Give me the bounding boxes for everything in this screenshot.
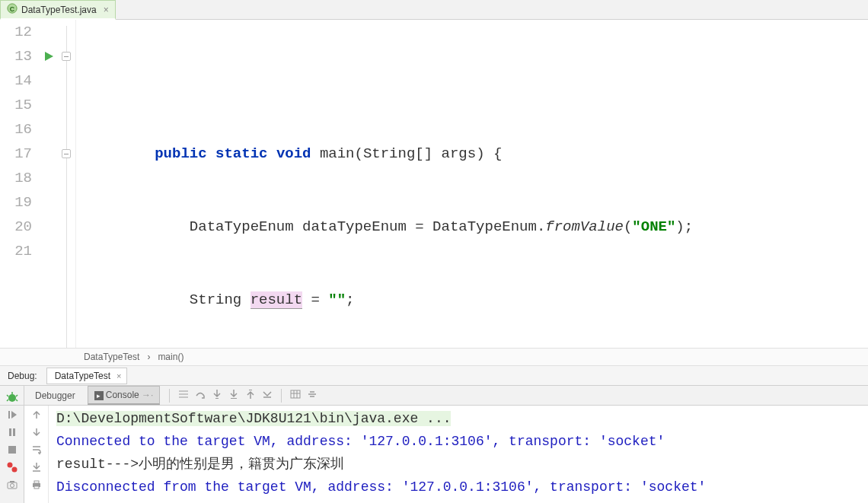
console-line: Disconnected from the target VM, address… bbox=[56, 476, 860, 498]
console-line: Connected to the target VM, address: '12… bbox=[56, 430, 860, 453]
tab-debugger[interactable]: Debugger bbox=[29, 387, 81, 404]
fold-marker[interactable] bbox=[62, 52, 71, 61]
console-panel: D:\DevelopmentSoftware\JDK8U121\bin\java… bbox=[0, 406, 868, 503]
svg-rect-21 bbox=[34, 481, 39, 483]
file-tab-label: DataTypeTest.java bbox=[21, 5, 97, 15]
down-icon[interactable] bbox=[30, 426, 43, 441]
console-left-tools bbox=[0, 406, 24, 503]
svg-rect-14 bbox=[8, 446, 16, 454]
svg-rect-13 bbox=[13, 428, 15, 436]
force-step-into-icon[interactable] bbox=[228, 388, 240, 403]
console-output[interactable]: D:\DevelopmentSoftware\JDK8U121\bin\java… bbox=[49, 406, 868, 503]
svg-rect-10 bbox=[8, 411, 10, 419]
console-cmd: D:\DevelopmentSoftware\JDK8U121\bin\java… bbox=[56, 411, 451, 426]
run-gutter bbox=[38, 20, 59, 348]
wrap-icon[interactable] bbox=[30, 444, 43, 458]
debug-side-tools bbox=[0, 386, 24, 405]
svg-point-15 bbox=[7, 463, 12, 468]
debug-header: Debug: DataTypeTest × bbox=[0, 366, 868, 386]
step-out-icon[interactable] bbox=[244, 388, 257, 403]
breadcrumb-class[interactable]: DataTypeTest bbox=[84, 352, 139, 362]
svg-rect-19 bbox=[10, 481, 14, 482]
settings-icon[interactable] bbox=[306, 388, 318, 403]
svg-marker-11 bbox=[11, 411, 17, 419]
breadcrumb[interactable]: DataTypeTest › main() bbox=[0, 348, 868, 366]
breakpoints-icon[interactable] bbox=[6, 461, 18, 476]
bug-icon[interactable] bbox=[4, 389, 21, 405]
resume-icon[interactable] bbox=[6, 409, 18, 423]
drop-frame-icon[interactable] bbox=[261, 388, 273, 403]
fold-marker[interactable] bbox=[62, 149, 71, 158]
svg-rect-8 bbox=[249, 390, 252, 390]
code-editor[interactable]: 12131415161718192021 public static void … bbox=[0, 20, 868, 348]
code-body[interactable]: public static void main(String[] args) {… bbox=[76, 20, 868, 348]
file-tabs: C DataTypeTest.java × bbox=[0, 0, 868, 20]
console-line: result--->小明的性别是男，籍贯为广东深圳 bbox=[56, 453, 860, 476]
svg-marker-2 bbox=[45, 52, 53, 61]
camera-icon[interactable] bbox=[6, 479, 18, 493]
debug-tool-row: Debugger ▸Console →· bbox=[0, 386, 868, 406]
svg-rect-22 bbox=[34, 486, 39, 489]
class-icon: C bbox=[7, 3, 18, 16]
svg-point-18 bbox=[10, 484, 14, 488]
line-number-gutter: 12131415161718192021 bbox=[0, 20, 38, 348]
show-exec-icon[interactable] bbox=[177, 388, 190, 403]
svg-point-16 bbox=[11, 467, 17, 473]
debug-toolbar bbox=[160, 388, 318, 403]
run-icon[interactable] bbox=[38, 44, 59, 68]
print-icon[interactable] bbox=[30, 479, 43, 493]
breadcrumb-method[interactable]: main() bbox=[158, 352, 183, 362]
svg-rect-7 bbox=[231, 398, 237, 399]
evaluate-icon[interactable] bbox=[289, 388, 302, 403]
svg-text:C: C bbox=[10, 5, 15, 13]
step-over-icon[interactable] bbox=[194, 388, 206, 403]
svg-rect-6 bbox=[215, 398, 219, 399]
step-into-icon[interactable] bbox=[211, 388, 223, 403]
breadcrumb-sep: › bbox=[147, 352, 150, 362]
file-tab-active[interactable]: C DataTypeTest.java × bbox=[0, 0, 116, 20]
svg-rect-12 bbox=[9, 428, 11, 436]
fold-gutter bbox=[59, 20, 76, 348]
tab-console[interactable]: ▸Console →· bbox=[88, 386, 161, 405]
svg-point-5 bbox=[8, 394, 16, 402]
pause-icon[interactable] bbox=[6, 426, 18, 441]
debug-config[interactable]: DataTypeTest × bbox=[46, 368, 127, 384]
svg-rect-9 bbox=[291, 390, 300, 398]
close-icon[interactable]: × bbox=[116, 371, 121, 380]
console-left-tools-2 bbox=[24, 406, 49, 503]
debug-label: Debug: bbox=[8, 371, 37, 381]
up-icon[interactable] bbox=[30, 409, 43, 423]
close-icon[interactable]: × bbox=[104, 5, 109, 15]
stop-icon[interactable] bbox=[6, 444, 18, 458]
scroll-end-icon[interactable] bbox=[30, 461, 43, 476]
debug-inner-tabs: Debugger ▸Console →· bbox=[24, 386, 160, 406]
